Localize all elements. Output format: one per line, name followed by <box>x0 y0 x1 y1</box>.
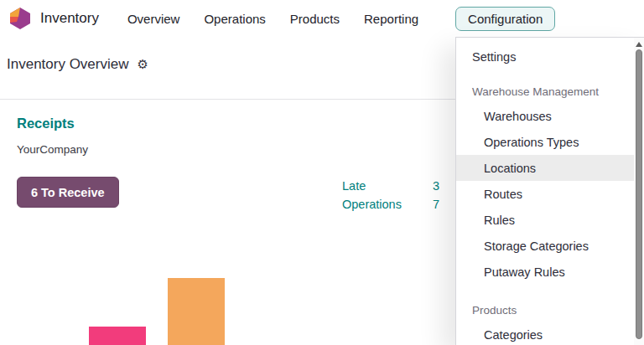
configuration-dropdown-menu: Settings Warehouse Management Warehouses… <box>455 37 644 345</box>
to-receive-button[interactable]: 6 To Receive <box>17 177 119 208</box>
chart-bar-pink <box>89 327 146 345</box>
menu-item-rules[interactable]: Rules <box>456 207 634 233</box>
scrollbar-up-arrow-icon[interactable] <box>636 42 642 47</box>
nav-item-configuration[interactable]: Configuration <box>455 7 555 31</box>
receipts-bar-chart[interactable] <box>67 268 268 345</box>
late-label: Late <box>342 179 366 193</box>
nav-item-overview[interactable]: Overview <box>127 12 180 26</box>
receipts-stats: Late 3 Operations 7 <box>342 177 439 214</box>
menu-item-routes[interactable]: Routes <box>456 181 634 207</box>
menu-section-warehouse-management: Warehouse Management <box>456 80 634 103</box>
operations-value: 7 <box>433 198 439 211</box>
menu-item-settings[interactable]: Settings <box>456 44 634 70</box>
top-navbar: Inventory Overview Operations Products R… <box>0 0 644 37</box>
nav-item-products[interactable]: Products <box>290 12 340 26</box>
company-name: YourCompany <box>17 143 88 156</box>
menu-item-warehouses[interactable]: Warehouses <box>456 103 634 129</box>
dropdown-scrollbar-track <box>634 38 644 345</box>
nav-item-reporting[interactable]: Reporting <box>364 12 418 26</box>
operations-stat-link[interactable]: Operations 7 <box>342 195 439 214</box>
app-name[interactable]: Inventory <box>40 10 99 27</box>
menu-item-operations-types[interactable]: Operations Types <box>456 129 634 155</box>
menu-item-putaway-rules[interactable]: Putaway Rules <box>456 259 634 285</box>
page-title: Inventory Overview <box>7 56 129 73</box>
inventory-app-icon[interactable] <box>8 7 32 30</box>
menu-section-products: Products <box>456 298 634 322</box>
menu-item-locations[interactable]: Locations <box>456 155 634 181</box>
late-stat-link[interactable]: Late 3 <box>342 177 439 195</box>
menu-item-categories[interactable]: Categories <box>456 322 634 345</box>
gear-icon[interactable]: ⚙ <box>138 59 148 71</box>
chart-bar-orange <box>168 278 225 345</box>
nav-item-operations[interactable]: Operations <box>204 12 265 26</box>
menu-item-storage-categories[interactable]: Storage Categories <box>456 233 634 259</box>
nav-menu: Overview Operations Products Reporting C… <box>127 7 555 31</box>
scrollbar-thumb[interactable] <box>636 49 642 339</box>
late-value: 3 <box>433 179 439 193</box>
operations-label: Operations <box>342 198 402 211</box>
receipts-card-title[interactable]: Receipts <box>17 116 75 131</box>
